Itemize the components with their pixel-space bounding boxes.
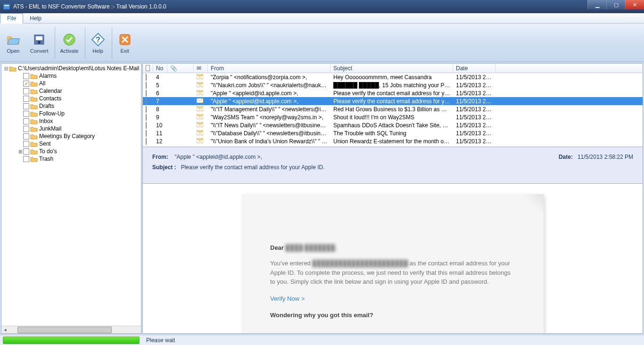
date-value: 11/5/2013 2:58:22 PM — [578, 154, 633, 160]
message-list-header: No 📎 ✉ From Subject Date — [143, 64, 643, 73]
row-checkbox[interactable] — [146, 138, 147, 145]
help-button[interactable]: ? Help — [86, 25, 110, 60]
tree-checkbox[interactable] — [23, 111, 29, 117]
tree-item[interactable]: JunkMail — [3, 125, 140, 132]
tree-item[interactable]: Calendar — [3, 87, 140, 95]
envelope-icon — [194, 90, 208, 97]
row-checkbox[interactable] — [146, 98, 147, 105]
message-row[interactable]: 11"\\"Database Daily\\" " <newsletters@i… — [143, 129, 643, 137]
row-subject: Spamhaus DDoS Attack Doesn't Take Site, … — [330, 122, 453, 129]
tree-checkbox[interactable]: ✓ — [23, 81, 29, 87]
row-no: 8 — [153, 106, 167, 113]
folder-tree[interactable]: ⊟C:\Users\admin\Desktop\eml\Lotus Notes … — [1, 63, 141, 334]
menu-file[interactable]: File — [0, 13, 23, 24]
row-checkbox[interactable] — [146, 74, 147, 81]
body-p1a: You've entered — [270, 260, 312, 267]
envelope-icon — [194, 82, 208, 89]
status-bar: Please wait — [0, 335, 644, 345]
folder-icon — [30, 103, 38, 109]
tree-item[interactable]: ✓All — [3, 80, 140, 87]
tree-item-label: Inbox — [39, 118, 53, 124]
col-subject[interactable]: Subject — [330, 64, 453, 73]
tree-item[interactable]: Trash — [3, 155, 140, 163]
message-row[interactable]: 7"Apple " <appleid@id.apple.com >,Please… — [143, 97, 643, 105]
row-no: 11 — [153, 130, 167, 137]
help-icon: ? — [91, 32, 106, 47]
tree-item[interactable]: Drafts — [3, 102, 140, 110]
svg-rect-3 — [36, 36, 42, 40]
message-row[interactable]: 8"\\"IT Management Daily\\" " <newslette… — [143, 105, 643, 113]
row-subject: Hey Ooooooommmm, meet Cassandra — [330, 74, 453, 81]
tree-checkbox[interactable] — [23, 73, 29, 79]
message-row[interactable]: 5"\\"Naukri.com Jobs\\" " <naukrialerts@… — [143, 81, 643, 89]
verify-link[interactable]: Verify Now > — [270, 295, 305, 302]
exit-button[interactable]: Exit — [113, 25, 137, 60]
maximize-button[interactable]: ▢ — [606, 0, 625, 9]
ribbon-separator — [55, 27, 55, 58]
tree-item[interactable]: Alarms — [3, 72, 140, 80]
greeting-name-redacted: ████ ███████, — [286, 244, 337, 251]
tree-item[interactable]: Contacts — [3, 95, 140, 102]
message-list[interactable]: No 📎 ✉ From Subject Date 4"Zorpia " <not… — [142, 63, 643, 147]
tree-checkbox[interactable] — [23, 156, 29, 162]
envelope-icon: ✉ — [197, 65, 201, 72]
message-row[interactable]: 10"\\"IT News Daily\\" " <newsletters@it… — [143, 121, 643, 129]
row-subject: Shout it loud!!! I'm on Way2SMS — [330, 114, 453, 121]
row-checkbox[interactable] — [146, 114, 147, 121]
row-checkbox[interactable] — [146, 130, 147, 137]
col-attachment[interactable]: 📎 — [167, 64, 194, 73]
row-checkbox[interactable] — [146, 106, 147, 113]
row-subject: ██████ █████, 15 Jobs matching your Prof… — [330, 82, 453, 89]
tree-checkbox[interactable] — [23, 96, 29, 102]
tree-horizontal-scrollbar[interactable]: ◄ — [1, 326, 141, 333]
row-no: 9 — [153, 114, 167, 121]
email-body: Dear ████ ███████, You've entered ██████… — [242, 194, 544, 333]
minimize-button[interactable]: ▁ — [587, 0, 606, 9]
convert-button[interactable]: Convert — [26, 25, 53, 60]
close-button[interactable]: ✕ — [625, 0, 644, 9]
help-label: Help — [92, 48, 103, 54]
tree-root[interactable]: ⊟C:\Users\admin\Desktop\eml\Lotus Notes … — [3, 65, 140, 72]
col-from[interactable]: From — [208, 64, 330, 73]
menubar: File Help — [0, 13, 644, 24]
tree-item[interactable]: Sent — [3, 140, 140, 148]
tree-item[interactable]: Follow-Up — [3, 110, 140, 117]
message-row[interactable]: 12"\\"Union Bank of India's Union Reward… — [143, 137, 643, 145]
tree-item[interactable]: Meetings By Category — [3, 132, 140, 140]
row-checkbox[interactable] — [146, 82, 147, 89]
open-button[interactable]: Open — [1, 25, 25, 60]
col-no[interactable]: No — [153, 64, 167, 73]
open-label: Open — [7, 48, 20, 54]
tree-checkbox[interactable] — [23, 148, 29, 155]
menu-help[interactable]: Help — [23, 14, 48, 23]
tree-checkbox[interactable] — [23, 126, 29, 132]
message-preview[interactable]: Dear ████ ███████, You've entered ██████… — [142, 184, 643, 334]
tree-checkbox[interactable] — [23, 88, 29, 94]
tree-checkbox[interactable] — [23, 133, 29, 140]
row-subject: Red Hat Grows Business to $1.3 Billion a… — [330, 106, 453, 113]
envelope-icon — [194, 122, 208, 129]
row-from: "\\"IT News Daily\\" " <newsletters@itbu… — [208, 122, 330, 129]
tree-item[interactable]: ⊞To do's — [3, 148, 140, 155]
row-checkbox[interactable] — [146, 90, 147, 97]
tree-checkbox[interactable] — [23, 141, 29, 147]
row-checkbox[interactable] — [146, 122, 147, 129]
activate-button[interactable]: Activate — [56, 25, 83, 60]
message-row[interactable]: 9"Way2SMS Team " <noreply@way2sms.in >,S… — [143, 113, 643, 121]
row-date: 11/5/2013 2:5... — [453, 122, 495, 129]
row-date: 11/5/2013 2:5... — [453, 90, 495, 97]
envelope-icon — [194, 114, 208, 121]
col-date[interactable]: Date — [453, 64, 495, 73]
row-from: "Way2SMS Team " <noreply@way2sms.in >, — [208, 114, 330, 121]
message-row[interactable]: 6"Apple " <appleid@id.apple.com >,Please… — [143, 89, 643, 97]
tree-item[interactable]: Inbox — [3, 117, 140, 125]
app-icon — [3, 3, 10, 10]
message-row[interactable]: 4"Zorpia " <notifications@zorpia.com >,H… — [143, 73, 643, 81]
col-envelope[interactable]: ✉ — [194, 64, 208, 73]
row-from: "\\"IT Management Daily\\" " <newsletter… — [208, 106, 330, 113]
tree-checkbox[interactable] — [23, 103, 29, 109]
tree-item-label: Drafts — [39, 103, 54, 109]
date-label: Date: — [559, 154, 573, 160]
tree-checkbox[interactable] — [23, 118, 29, 124]
row-from: "Apple " <appleid@id.apple.com >, — [208, 98, 330, 105]
